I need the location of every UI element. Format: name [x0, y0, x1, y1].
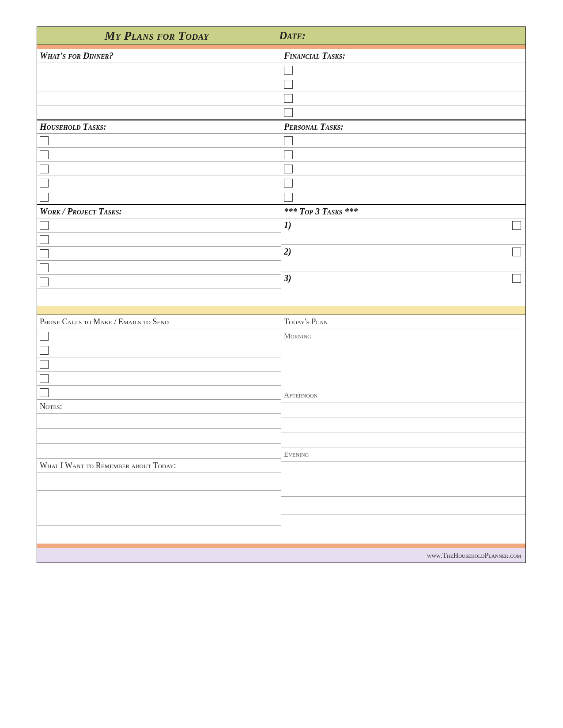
checkbox-icon[interactable]: [512, 248, 521, 256]
top3-number: 3): [284, 271, 291, 283]
top3-row-2[interactable]: 2): [281, 245, 525, 271]
checkbox-icon[interactable]: [284, 165, 293, 173]
checkbox-icon[interactable]: [284, 94, 293, 103]
planner-page: My Plans for Today Date: What's for Dinn…: [37, 26, 526, 563]
plan-label: Today's Plan: [281, 315, 525, 329]
footer-band: www.TheHouseholdPlanner.com: [37, 548, 526, 563]
personal-task-row[interactable]: [281, 176, 525, 190]
checkbox-icon[interactable]: [284, 193, 293, 202]
household-task-row[interactable]: [37, 190, 281, 204]
spacer: [281, 293, 525, 306]
page-title: My Plans for Today: [37, 29, 276, 43]
financial-task-row[interactable]: [281, 63, 525, 77]
checkbox-icon[interactable]: [40, 221, 49, 230]
checkbox-icon[interactable]: [40, 165, 49, 173]
work-task-row[interactable]: [37, 247, 281, 261]
checkbox-icon[interactable]: [284, 179, 293, 188]
phone-row[interactable]: [37, 372, 281, 386]
remember-line[interactable]: [37, 473, 281, 491]
personal-task-row[interactable]: [281, 134, 525, 148]
plan-line[interactable]: [281, 358, 525, 373]
work-task-row[interactable]: [37, 275, 281, 289]
checkbox-icon[interactable]: [40, 278, 49, 286]
dinner-line[interactable]: [37, 77, 281, 91]
dinner-label: What's for Dinner?: [37, 49, 281, 63]
header-band: My Plans for Today Date:: [37, 26, 526, 45]
checkbox-icon[interactable]: [284, 80, 293, 89]
remember-line[interactable]: [37, 491, 281, 508]
lower-left-col: Phone Calls to Make / Emails to Send Not…: [37, 315, 281, 544]
checkbox-icon[interactable]: [284, 150, 293, 159]
plan-line[interactable]: [281, 432, 525, 447]
remember-label: What I Want to Remember about Today:: [37, 459, 281, 473]
plan-line[interactable]: [281, 514, 525, 532]
checkbox-icon[interactable]: [40, 249, 49, 258]
checkbox-icon[interactable]: [40, 179, 49, 188]
top3-row-3[interactable]: 3): [281, 271, 525, 293]
phone-row[interactable]: [37, 343, 281, 357]
dinner-line[interactable]: [37, 91, 281, 105]
household-task-row[interactable]: [37, 148, 281, 162]
checkbox-icon[interactable]: [40, 136, 49, 145]
household-task-row[interactable]: [37, 134, 281, 148]
plan-line[interactable]: [281, 417, 525, 432]
household-task-row[interactable]: [37, 176, 281, 190]
checkbox-icon[interactable]: [40, 346, 49, 355]
evening-label: Evening: [281, 447, 525, 462]
checkbox-icon[interactable]: [40, 388, 49, 397]
financial-task-row[interactable]: [281, 105, 525, 120]
phone-row[interactable]: [37, 329, 281, 343]
date-label: Date:: [276, 30, 306, 42]
personal-task-row[interactable]: [281, 190, 525, 204]
accent-bar-bottom: [37, 544, 526, 548]
remember-line[interactable]: [37, 508, 281, 526]
notes-label: Notes:: [37, 400, 281, 414]
plan-line[interactable]: [281, 373, 525, 388]
checkbox-icon[interactable]: [40, 332, 49, 341]
notes-line[interactable]: [37, 429, 281, 444]
top3-row-1[interactable]: 1): [281, 218, 525, 245]
plan-line[interactable]: [281, 479, 525, 497]
financial-task-row[interactable]: [281, 77, 525, 91]
notes-line[interactable]: [37, 444, 281, 459]
phone-row[interactable]: [37, 357, 281, 372]
notes-line[interactable]: [37, 414, 281, 429]
upper-grid: What's for Dinner? Household Tasks: Work…: [37, 49, 526, 306]
work-task-row[interactable]: [37, 233, 281, 247]
accent-bar-middle: [37, 306, 526, 315]
personal-label: Personal Tasks:: [281, 120, 525, 134]
remember-line[interactable]: [37, 526, 281, 544]
personal-task-row[interactable]: [281, 162, 525, 176]
top3-label: *** Top 3 Tasks ***: [281, 204, 525, 218]
phone-row[interactable]: [37, 386, 281, 400]
checkbox-icon[interactable]: [40, 235, 49, 244]
personal-task-row[interactable]: [281, 148, 525, 162]
plan-line[interactable]: [281, 497, 525, 514]
checkbox-icon[interactable]: [284, 136, 293, 145]
plan-line[interactable]: [281, 462, 525, 479]
afternoon-label: Afternoon: [281, 388, 525, 402]
household-task-row[interactable]: [37, 162, 281, 176]
checkbox-icon[interactable]: [512, 274, 521, 283]
checkbox-icon[interactable]: [40, 360, 49, 369]
checkbox-icon[interactable]: [40, 193, 49, 202]
upper-right-col: Financial Tasks: Personal Tasks: *** Top…: [281, 49, 525, 306]
work-task-row[interactable]: [37, 261, 281, 275]
checkbox-icon[interactable]: [40, 374, 49, 383]
lower-grid: Phone Calls to Make / Emails to Send Not…: [37, 315, 526, 544]
financial-task-row[interactable]: [281, 91, 525, 105]
plan-line[interactable]: [281, 402, 525, 417]
checkbox-icon[interactable]: [512, 221, 521, 230]
checkbox-icon[interactable]: [40, 263, 49, 272]
lower-right-col: Today's Plan Morning Afternoon Evening: [281, 315, 525, 544]
checkbox-icon[interactable]: [284, 108, 293, 117]
dinner-line[interactable]: [37, 63, 281, 77]
morning-label: Morning: [281, 329, 525, 343]
phone-label: Phone Calls to Make / Emails to Send: [37, 315, 281, 329]
checkbox-icon[interactable]: [40, 150, 49, 159]
plan-line[interactable]: [281, 343, 525, 358]
work-label: Work / Project Tasks:: [37, 204, 281, 218]
dinner-line[interactable]: [37, 105, 281, 120]
checkbox-icon[interactable]: [284, 66, 293, 75]
work-task-row[interactable]: [37, 218, 281, 233]
